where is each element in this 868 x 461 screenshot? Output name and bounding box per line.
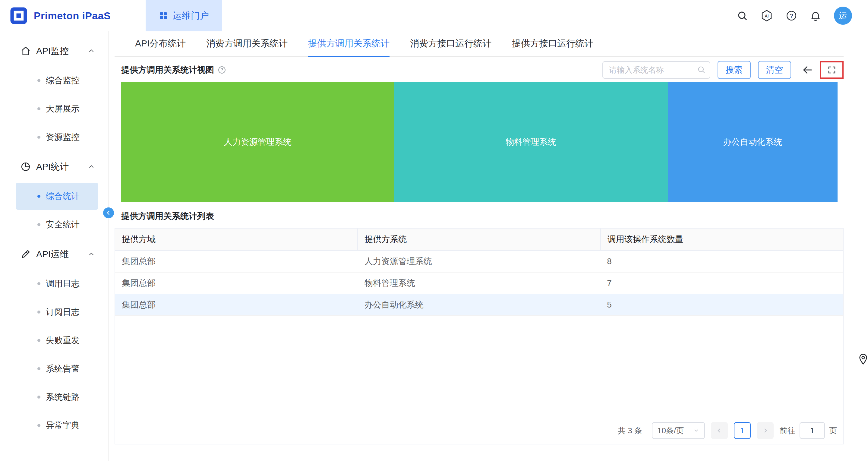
treemap-block-label: 人力资源管理系统 (224, 136, 291, 148)
treemap-block-label: 物料管理系统 (506, 136, 556, 148)
fullscreen-icon[interactable] (827, 65, 836, 74)
view-section-title: 提供方调用关系统计视图 (121, 64, 214, 76)
bullet-dot (37, 107, 40, 110)
treemap-block-material-system[interactable]: 物料管理系统 (394, 82, 668, 202)
tab-provider-api-run-stats[interactable]: 提供方接口运行统计 (502, 31, 603, 56)
prev-page-button[interactable] (711, 422, 728, 439)
sidebar-item-exception-dict[interactable]: 异常字典 (16, 412, 98, 439)
treemap-block-hr-system[interactable]: 人力资源管理系统 (121, 82, 394, 202)
sidebar-item-comprehensive-stats[interactable]: 综合统计 (16, 183, 98, 210)
app-root: Primeton iPaaS 运维门户 AI ? 运 (0, 0, 868, 461)
sidebar-item-comprehensive-monitor[interactable]: 综合监控 (16, 67, 98, 94)
tab-provider-call-relation-stats[interactable]: 提供方调用关系统计 (298, 31, 400, 56)
pen-icon (21, 249, 31, 259)
sidebar-item-call-log[interactable]: 调用日志 (16, 270, 98, 297)
tab-consumer-api-run-stats[interactable]: 消费方接口运行统计 (400, 31, 502, 56)
svg-text:AI: AI (765, 13, 769, 19)
view-toolbar: 提供方调用关系统计视图 搜索 清空 (115, 58, 844, 82)
provider-call-treemap: 人力资源管理系统 物料管理系统 办公自动化系统 (121, 82, 838, 202)
sidebar-item-label: 大屏展示 (46, 103, 80, 115)
cell-provider-system: 办公自动化系统 (358, 294, 600, 315)
location-pin-icon[interactable] (859, 354, 868, 365)
sidebar-item-system-trace[interactable]: 系统链路 (16, 383, 98, 411)
goto-suffix: 页 (829, 425, 837, 436)
table-header-row: 提供方域 提供方系统 调用该操作系统数量 (115, 228, 843, 251)
system-name-input[interactable] (602, 61, 710, 79)
back-arrow-icon[interactable] (802, 64, 813, 75)
column-header-call-count: 调用该操作系统数量 (600, 228, 843, 250)
notification-bell-icon[interactable] (810, 10, 821, 22)
bullet-dot (37, 311, 40, 313)
next-page-button[interactable] (757, 422, 774, 439)
page-number-button[interactable]: 1 (734, 422, 751, 439)
table-row[interactable]: 集团总部 办公自动化系统 5 (115, 294, 843, 316)
sidebar-item-label: 异常字典 (46, 420, 80, 431)
portal-tab-ops[interactable]: 运维门户 (146, 0, 222, 31)
bullet-dot (37, 195, 40, 198)
sidebar-group-api-stats[interactable]: API统计 (0, 152, 108, 182)
sidebar-group-api-monitor[interactable]: API监控 (0, 36, 108, 66)
sidebar-group-api-ops[interactable]: API运维 (0, 239, 108, 269)
search-icon[interactable] (737, 10, 748, 21)
portal-tab-label: 运维门户 (173, 10, 209, 22)
chevron-right-icon (762, 427, 769, 434)
app-header: Primeton iPaaS 运维门户 AI ? 运 (0, 0, 868, 31)
cell-provider-system: 物料管理系统 (358, 273, 600, 294)
sidebar-collapse-button[interactable] (103, 208, 114, 218)
sidebar-item-system-alert[interactable]: 系统告警 (16, 355, 98, 382)
bullet-dot (37, 424, 40, 427)
cell-provider-domain: 集团总部 (115, 294, 358, 315)
bullet-dot (37, 367, 40, 370)
bullet-dot (37, 136, 40, 139)
pie-chart-icon (21, 162, 31, 172)
tab-consumer-call-relation-stats[interactable]: 消费方调用关系统计 (196, 31, 298, 56)
sidebar-item-fail-retry[interactable]: 失败重发 (16, 327, 98, 354)
list-section-title: 提供方调用关系统计列表 (121, 211, 844, 222)
column-header-provider-system: 提供方系统 (357, 228, 600, 250)
annotation-red-box (820, 61, 844, 79)
chevron-left-icon (106, 210, 111, 216)
pagination-total: 共 3 条 (618, 425, 642, 436)
user-avatar[interactable]: 运 (834, 7, 852, 25)
page-size-select[interactable]: 10条/页 (652, 422, 705, 439)
sidebar-item-resource-monitor[interactable]: 资源监控 (16, 124, 98, 151)
bullet-dot (37, 282, 40, 285)
pagination: 共 3 条 10条/页 1 前往 页 (115, 417, 843, 444)
brand: Primeton iPaaS (10, 7, 111, 25)
treemap-block-oa-system[interactable]: 办公自动化系统 (668, 82, 838, 202)
home-icon (21, 46, 31, 56)
cell-call-count: 8 (600, 251, 843, 272)
sidebar-item-security-stats[interactable]: 安全统计 (16, 211, 98, 238)
chevron-up-icon (88, 48, 95, 54)
treemap-block-label: 办公自动化系统 (723, 136, 782, 148)
sidebar-group-label: API统计 (36, 161, 69, 173)
help-icon[interactable]: ? (786, 10, 797, 22)
question-circle-icon[interactable] (218, 66, 226, 74)
chevron-up-icon (88, 251, 95, 257)
tab-api-distribution-stats[interactable]: API分布统计 (125, 31, 196, 56)
sidebar-item-label: 资源监控 (46, 131, 80, 143)
sidebar-group-label: API监控 (36, 45, 69, 57)
clear-button[interactable]: 清空 (758, 61, 791, 79)
header-actions: AI ? 运 (737, 7, 868, 25)
chevron-up-icon (88, 163, 95, 170)
search-button[interactable]: 搜索 (718, 61, 751, 79)
sidebar-item-subscribe-log[interactable]: 订阅日志 (16, 299, 98, 326)
sidebar-group-label: API运维 (36, 248, 69, 260)
sidebar-item-label: 安全统计 (46, 219, 80, 230)
goto-page-input[interactable] (800, 422, 825, 439)
ai-assistant-icon[interactable]: AI (761, 9, 773, 22)
table-row[interactable]: 集团总部 物料管理系统 7 (115, 273, 843, 294)
tab-bar: API分布统计 消费方调用关系统计 提供方调用关系统计 消费方接口运行统计 提供… (115, 31, 844, 57)
search-icon (697, 65, 706, 74)
toolbar-actions: 搜索 清空 (602, 61, 844, 79)
sidebar-item-label: 综合统计 (46, 190, 80, 202)
sidebar-item-label: 综合监控 (46, 75, 80, 86)
cell-call-count: 7 (600, 273, 843, 294)
cell-provider-system: 人力资源管理系统 (358, 251, 600, 272)
sidebar-item-big-screen[interactable]: 大屏展示 (16, 95, 98, 122)
bullet-dot (37, 339, 40, 342)
provider-call-table: 提供方域 提供方系统 调用该操作系统数量 集团总部 人力资源管理系统 8 集团总… (115, 228, 844, 444)
bullet-dot (37, 223, 40, 226)
table-row[interactable]: 集团总部 人力资源管理系统 8 (115, 251, 843, 273)
